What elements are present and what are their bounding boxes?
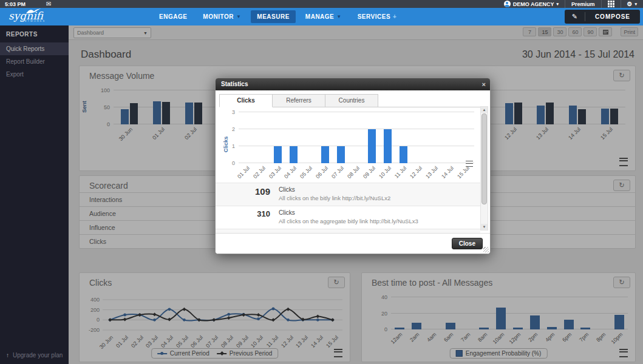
nav-label: MONITOR [203,13,234,20]
nav-label: ENGAGE [159,13,187,20]
gear-icon: ⚙ [627,1,633,7]
brand-subtitle: NETWORKS [22,19,46,22]
chart-plot: 0123 [239,112,474,163]
main-menu: ENGAGE MONITOR ▼ MEASURE MANAGE ▼ SERVIC… [153,8,403,25]
tab-clicks[interactable]: Clicks [219,94,273,107]
bar [384,129,392,163]
stat-subtitle: All clicks on the bitly link http://bit.… [279,195,480,201]
nav-label: MANAGE [305,13,334,20]
account-name: DEMO AGENCY [513,1,554,7]
close-icon[interactable]: × [482,78,486,90]
x-axis-label: 04 Jul [284,165,298,180]
bar-group [443,112,458,163]
x-axis-label: 09 Jul [362,165,376,180]
x-axis-label: 05 Jul [299,165,313,180]
x-axis-slot: 10 Jul [380,163,396,179]
bar-group [349,112,364,163]
x-axis: 01 Jul02 Jul03 Jul04 Jul05 Jul06 Jul07 J… [239,163,474,179]
bar-group [239,112,254,163]
x-axis-slot: 15 Jul [458,163,474,179]
y-axis-tick: 1 [219,143,235,149]
bar [290,146,298,163]
x-axis-slot: 07 Jul [333,163,349,179]
x-axis-label: 11 Jul [393,165,408,180]
x-axis-label: 03 Jul [268,165,282,180]
bar-group [427,112,443,163]
bar-group [254,112,270,163]
plus-icon: + [393,13,396,20]
plan-badge[interactable]: Premium [565,0,601,8]
caret-down-icon: ▾ [634,2,637,6]
x-axis-label: 10 Jul [378,165,392,180]
x-axis-slot: 12 Jul [411,163,427,179]
stat-subtitle: All clicks on the aggregate bitly link h… [279,218,480,224]
modal-body: Clicks Referrers Countries Clicks 012301… [216,90,490,254]
modal-scrollbar[interactable]: ▲ ▼ [480,106,488,231]
compose-button[interactable]: ✎ COMPOSE [565,10,640,24]
x-axis-label: 07 Jul [330,165,345,180]
statistics-modal: Statistics × Clicks Referrers Countries … [215,78,491,254]
modal-tabs: Clicks Referrers Countries [219,94,480,107]
x-axis-slot: 04 Jul [286,163,302,179]
caret-down-icon: ▾ [556,2,559,6]
bar [274,146,282,163]
caret-down-icon: ▼ [336,14,341,19]
account-controls: DEMO AGENCY ▾ Premium ⚙ ▾ [498,0,643,8]
stat-value: 109 [216,186,279,201]
bar-group [333,112,349,163]
scrollbar-thumb[interactable] [481,113,487,204]
modal-footer: Close [216,233,490,254]
nav-item-measure[interactable]: MEASURE [251,10,296,23]
brand-logo[interactable]: sygnifi NETWORKS [9,8,46,22]
bar-group [396,112,412,163]
resize-grip[interactable] [483,247,489,252]
main-navbar: sygnifi NETWORKS ENGAGE MONITOR ▼ MEASUR… [0,8,643,25]
bird-icon [26,8,41,14]
statistics-clicks-chart: Clicks 012301 Jul02 Jul03 Jul04 Jul05 Ju… [220,112,474,181]
bar-group [270,112,286,163]
account-menu[interactable]: DEMO AGENCY ▾ [498,0,565,8]
x-axis-label: 13 Jul [424,165,439,180]
x-axis-slot: 13 Jul [427,163,443,179]
x-axis-label: 06 Jul [315,165,329,180]
x-axis-label: 14 Jul [440,165,455,180]
x-axis-slot: 06 Jul [317,163,333,179]
tab-countries[interactable]: Countries [325,94,378,107]
stat-row-aggregate-clicks: 310 Clicks All clicks on the aggregate b… [216,206,480,229]
settings-menu[interactable]: ⚙ ▾ [621,0,643,8]
nav-item-monitor[interactable]: MONITOR ▼ [197,10,247,23]
x-axis-slot: 01 Jul [239,163,254,179]
bar-group [286,112,302,163]
scroll-up-icon[interactable]: ▲ [481,107,488,113]
x-axis-slot: 09 Jul [364,163,380,179]
stat-title: Clicks [279,209,480,216]
y-axis-tick: 0 [219,160,235,166]
scroll-down-icon[interactable]: ▼ [481,224,488,230]
bar [321,146,329,163]
nav-item-manage[interactable]: MANAGE ▼ [299,10,348,23]
x-axis-slot: 08 Jul [349,163,364,179]
close-button[interactable]: Close [452,238,483,249]
nav-item-services[interactable]: SERVICES + [352,10,403,23]
clock: 5:03 PM [0,1,26,7]
bar [400,146,407,163]
bar-group [380,112,396,163]
envelope-icon[interactable]: ✉ [46,1,51,7]
x-axis-label: 12 Jul [409,165,423,180]
x-axis-label: 08 Jul [346,165,361,180]
bar [337,146,345,163]
apps-menu[interactable] [601,0,621,8]
bar [368,129,376,163]
nav-item-engage[interactable]: ENGAGE [153,10,193,23]
modal-title: Statistics [221,81,248,87]
x-axis-label: 02 Jul [252,165,267,180]
tab-referrers[interactable]: Referrers [273,94,325,107]
modal-header[interactable]: Statistics × [216,78,490,90]
compose-label: COMPOSE [585,13,640,20]
x-axis-slot: 11 Jul [396,163,412,179]
bar-group [317,112,333,163]
status-bar: 5:03 PM ✉ DEMO AGENCY ▾ Premium ⚙ ▾ [0,0,643,8]
x-axis-slot: 14 Jul [443,163,458,179]
stat-value: 310 [216,209,279,224]
bar-group [364,112,380,163]
